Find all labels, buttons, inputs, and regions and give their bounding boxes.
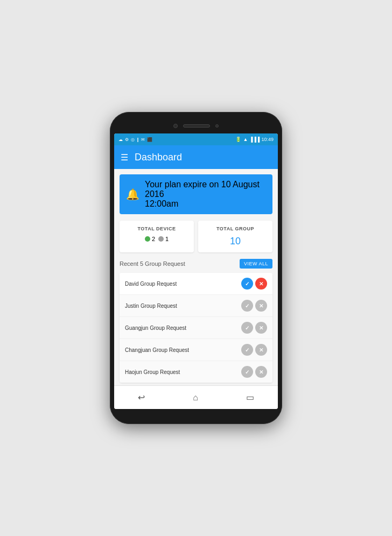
total-group-count: 10 [204,236,267,247]
online-device-item: 2 [145,236,155,242]
settings-status-icon: ⚙ [125,137,129,142]
view-all-button[interactable]: VIEW ALL [240,259,272,269]
decline-button-justin[interactable]: ✕ [255,300,267,312]
device-value-row: 2 1 [125,236,188,242]
back-nav-button[interactable]: ↩ [131,390,151,405]
request-item-guangjun: Guangjun Group Request ✓ ✕ [120,317,272,339]
phone-device: ☁ ⚙ ◎ ‖ ✉ ⬛ 🔋 ▲ ▐▐▐ 10:49 ☰ Dashboard � [110,112,282,424]
request-name-justin: Justin Group Request [125,303,177,309]
section-title: Recent 5 Group Request [120,260,185,267]
pause-icon: ‖ [137,137,139,142]
app-title: Dashboard [135,152,182,163]
bottom-nav: ↩ ⌂ ▭ [114,385,278,409]
wifi-icon: ▲ [243,137,248,142]
home-nav-button[interactable]: ⌂ [186,391,205,405]
phone-bottom-bar [114,409,278,418]
status-left-icons: ☁ ⚙ ◎ ‖ ✉ ⬛ [118,137,152,142]
total-device-label: TOTAL DEVICE [125,226,188,231]
offline-count: 1 [165,236,169,242]
phone-top-bar [114,118,278,133]
request-actions-david: ✓ ✕ [241,278,267,290]
request-name-haojun: Haojun Group Request [125,369,180,375]
request-actions-justin: ✓ ✕ [241,300,267,312]
notification-text: Your plan expire on 10 August 2016 12:00… [145,180,266,209]
total-device-card: TOTAL DEVICE 2 1 [120,221,194,252]
notification-line1: Your plan expire on 10 August 2016 [145,180,266,199]
total-group-label: TOTAL GROUP [204,226,267,231]
phone-speaker [183,124,210,128]
app-bar: ☰ Dashboard [114,145,278,169]
online-count: 2 [152,236,155,242]
request-actions-changjuan: ✓ ✕ [241,344,267,356]
total-group-card: TOTAL GROUP 10 [198,221,272,252]
status-right-icons: 🔋 ▲ ▐▐▐ 10:49 [235,137,274,142]
request-actions-guangjun: ✓ ✕ [241,322,267,334]
decline-button-david[interactable]: ✕ [255,278,267,290]
accept-button-changjuan[interactable]: ✓ [241,344,253,356]
request-name-guangjun: Guangjun Group Request [125,325,186,331]
mail-icon: ✉ [141,137,145,142]
dropbox-icon: ☁ [118,137,123,142]
request-item-justin: Justin Group Request ✓ ✕ [120,295,272,317]
main-content: 🔔 Your plan expire on 10 August 2016 12:… [114,169,278,385]
signal-icon: ▐▐▐ [249,137,260,142]
accept-button-haojun[interactable]: ✓ [241,366,253,378]
notification-banner: 🔔 Your plan expire on 10 August 2016 12:… [120,174,272,214]
bell-icon: 🔔 [126,188,139,201]
request-item-changjuan: Changjuan Group Request ✓ ✕ [120,339,272,361]
box-icon: ⬛ [147,137,152,142]
phone-camera [173,124,178,128]
accept-button-justin[interactable]: ✓ [241,300,253,312]
stats-row: TOTAL DEVICE 2 1 TOTAL GROUP [120,221,272,252]
request-name-changjuan: Changjuan Group Request [125,347,189,353]
menu-icon[interactable]: ☰ [121,152,128,163]
recent-nav-button[interactable]: ▭ [240,390,261,405]
section-header: Recent 5 Group Request VIEW ALL [120,259,272,269]
time-display: 10:49 [261,137,274,142]
accept-button-david[interactable]: ✓ [241,278,253,290]
request-item-david: David Group Request ✓ ✕ [120,273,272,295]
decline-button-changjuan[interactable]: ✕ [255,344,267,356]
request-name-david: David Group Request [125,281,177,287]
offline-dot [158,236,164,242]
offline-device-item: 1 [158,236,169,242]
notification-line2: 12:00am [145,199,266,209]
accept-button-guangjun[interactable]: ✓ [241,322,253,334]
phone-front-camera [215,124,219,128]
request-list: David Group Request ✓ ✕ Justin Group Req… [120,273,272,383]
decline-button-guangjun[interactable]: ✕ [255,322,267,334]
online-dot [145,236,150,242]
circle-icon: ◎ [131,137,135,142]
status-bar: ☁ ⚙ ◎ ‖ ✉ ⬛ 🔋 ▲ ▐▐▐ 10:49 [114,133,278,145]
decline-button-haojun[interactable]: ✕ [255,366,267,378]
battery-icon: 🔋 [235,137,241,142]
request-actions-haojun: ✓ ✕ [241,366,267,378]
phone-screen: ☁ ⚙ ◎ ‖ ✉ ⬛ 🔋 ▲ ▐▐▐ 10:49 ☰ Dashboard � [114,133,278,409]
request-item-haojun: Haojun Group Request ✓ ✕ [120,361,272,383]
